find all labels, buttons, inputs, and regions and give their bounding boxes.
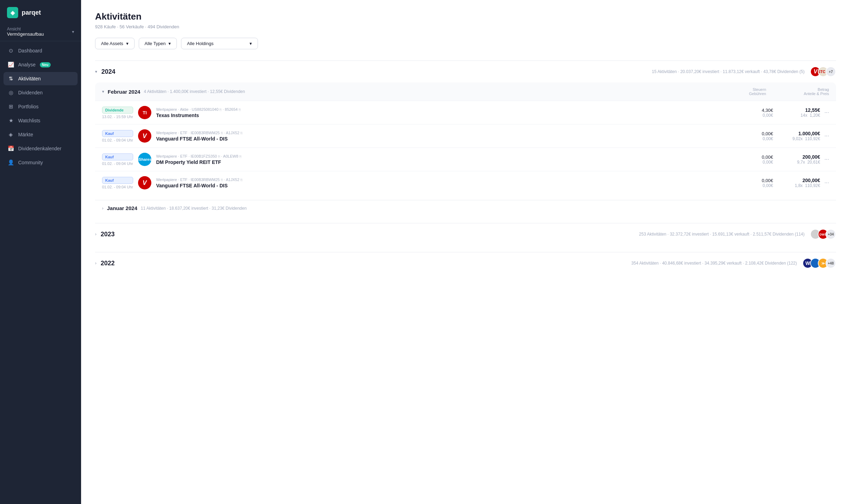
activity-meta: Wertpapiere · ETF · IE00B3RBWM25 ⎘ · A1J…: [156, 178, 731, 182]
chevron-down-icon: ▾: [168, 41, 171, 46]
activity-amount: 12,55€: [801, 107, 820, 113]
activity-amount: 200,00€: [797, 154, 820, 160]
dividenden-icon: ◎: [8, 89, 14, 96]
sidebar-item-label: Dashboard: [18, 48, 42, 53]
sidebar-item-label: Dividendenkalender: [18, 146, 62, 151]
activity-badge-kauf: Kauf: [102, 177, 133, 184]
activity-left: Kauf 01.02. - 09:04 Uhr iShares Wertpapi…: [102, 153, 731, 166]
sidebar-item-label: Dividenden: [18, 90, 43, 95]
activity-left: Kauf 01.02. - 09:04 Uhr V Wertpapiere · …: [102, 129, 731, 143]
sidebar-item-watchlists[interactable]: ★ Watchlists: [3, 114, 78, 127]
activity-name: DM Property Yield REIT ETF: [156, 159, 731, 165]
sidebar-item-label: Community: [18, 160, 43, 165]
filter-typen[interactable]: Alle Typen ▾: [139, 38, 177, 49]
calendar-icon: 📅: [8, 145, 14, 152]
activity-row: Dividende 13.02. - 15:59 Uhr TI Wertpapi…: [95, 101, 836, 124]
chevron-right-icon[interactable]: ›: [95, 261, 96, 266]
chevron-down-icon: ▾: [250, 41, 252, 46]
sidebar-item-dividenden[interactable]: ◎ Dividenden: [3, 86, 78, 99]
chevron-right-icon: ›: [102, 206, 103, 211]
sidebar-item-dashboard[interactable]: ⊙ Dashboard: [3, 44, 78, 57]
ansicht-switcher[interactable]: Ansicht Vermögensaufbau ▾: [0, 24, 81, 41]
sidebar-item-label: Portfolios: [18, 104, 38, 109]
page-title: Aktivitäten: [95, 11, 836, 22]
activity-amount: 200,00€: [795, 178, 820, 183]
sidebar-item-label: Analyse: [18, 62, 36, 67]
logo-area: ◈ parqet: [0, 0, 81, 24]
sidebar-nav: ⊙ Dashboard 📈 Analyse Neu ⇅ Aktivitäten …: [0, 44, 81, 504]
activity-tax: 4,30€ 0,00€: [731, 108, 773, 118]
chevron-down-icon: ▾: [126, 41, 129, 46]
chevron-down-icon[interactable]: ▾: [95, 69, 97, 74]
month-stats: 4 Aktivitäten · 1.400,00€ investiert · 1…: [144, 89, 245, 94]
more-options-button[interactable]: ···: [822, 133, 829, 139]
month-header-feb2024[interactable]: ▾ Februar 2024 4 Aktivitäten · 1.400,00€…: [95, 82, 836, 101]
vanguard-logo: V: [138, 129, 151, 143]
year-header-2022: › 2022 354 Aktivitäten · 40.846,68€ inve…: [95, 252, 836, 274]
activity-info: Wertpapiere · ETF · IE00B3RBWM25 ⎘ · A1J…: [156, 178, 731, 188]
activity-info: Wertpapiere · ETF · IE00B1FZS350 ⎘ · A0L…: [156, 154, 731, 165]
filter-holdings-label: Alle Holdings: [187, 41, 214, 46]
year-avatars: W ≫ +48: [805, 258, 836, 268]
filter-holdings[interactable]: Alle Holdings ▾: [181, 38, 258, 49]
page-subtitle: 928 Käufe · 56 Verkäufe · 494 Dividenden: [95, 24, 836, 29]
activity-amount-wrap: 200,00€ 9,7x 20,61€ ···: [773, 154, 829, 165]
chevron-right-icon[interactable]: ›: [95, 232, 96, 237]
activity-shares: 9,02x 110,92€: [792, 136, 820, 141]
filter-assets-label: Alle Assets: [101, 41, 123, 46]
sidebar-item-community[interactable]: 👤 Community: [3, 156, 78, 169]
month-section-jan2024-collapsed[interactable]: › Januar 2024 11 Aktivitäten · 18.637,20…: [95, 200, 836, 216]
year-header-2023: › 2023 253 Aktivitäten · 32.372,72€ inve…: [95, 223, 836, 245]
sidebar-item-portfolios[interactable]: ⊞ Portfolios: [3, 100, 78, 113]
month-section-feb2024: ▾ Februar 2024 4 Aktivitäten · 1.400,00€…: [95, 82, 836, 194]
dashboard-icon: ⊙: [8, 48, 14, 54]
sidebar-item-label: Aktivitäten: [18, 76, 41, 81]
chevron-down-icon: ▾: [72, 29, 74, 34]
sidebar-item-aktivitaeten[interactable]: ⇅ Aktivitäten: [3, 72, 78, 85]
year-label: 2022: [101, 260, 115, 267]
activity-badge-kauf: Kauf: [102, 153, 133, 160]
activity-tax: 0,00€ 0,00€: [731, 154, 773, 165]
sidebar-item-label: Märkte: [18, 132, 33, 137]
month-label: Februar 2024: [108, 89, 140, 95]
activity-badge-dividende: Dividende: [102, 107, 133, 114]
year-stats: 354 Aktivitäten · 40.846,68€ investiert …: [631, 261, 797, 266]
activity-info: Wertpapiere · ETF · IE00B3RBWM25 ⎘ · A1J…: [156, 131, 731, 142]
more-options-button[interactable]: ···: [822, 109, 829, 116]
activity-shares: 14x 1,20€: [801, 113, 820, 118]
activity-left: Dividende 13.02. - 15:59 Uhr TI Wertpapi…: [102, 106, 731, 119]
sidebar-item-dividendenkalender[interactable]: 📅 Dividendenkalender: [3, 142, 78, 155]
year-header-2024: ▾ 2024 15 Aktivitäten · 20.037,20€ inves…: [95, 60, 836, 82]
community-icon: 👤: [8, 159, 14, 166]
year-section-2022: › 2022 354 Aktivitäten · 40.846,68€ inve…: [95, 252, 836, 274]
sidebar-item-maerkte[interactable]: ◈ Märkte: [3, 128, 78, 141]
activity-amount-wrap: 1.000,00€ 9,02x 110,92€ ···: [773, 131, 829, 141]
col-header-amount: BetragAnteile & Preis: [773, 87, 829, 96]
ishares-logo: iShares: [138, 153, 151, 166]
filter-bar: Alle Assets ▾ Alle Typen ▾ Alle Holdings…: [95, 38, 836, 49]
activity-meta: Wertpapiere · ETF · IE00B3RBWM25 ⎘ · A1J…: [156, 131, 731, 135]
year-avatars: V STCO +7: [813, 66, 836, 77]
more-options-button[interactable]: ···: [822, 180, 829, 186]
activity-amount: 1.000,00€: [792, 131, 820, 136]
sidebar: ◈ parqet Ansicht Vermögensaufbau ▾ ⊙ Das…: [0, 0, 81, 504]
svg-text:≫: ≫: [821, 261, 825, 265]
analyse-icon: 📈: [8, 62, 14, 68]
vanguard-logo: V: [138, 176, 151, 189]
sidebar-item-analyse[interactable]: 📈 Analyse Neu: [3, 58, 78, 71]
logo-text: parqet: [22, 9, 41, 16]
activity-date: 13.02. - 15:59 Uhr: [102, 115, 133, 119]
activity-meta: Wertpapiere · ETF · IE00B1FZS350 ⎘ · A0L…: [156, 154, 731, 158]
year-stats: 15 Aktivitäten · 20.037,20€ investiert ·…: [652, 69, 805, 74]
watchlists-icon: ★: [8, 117, 14, 124]
activity-row: Kauf 01.02. - 09:04 Uhr V Wertpapiere · …: [95, 171, 836, 194]
year-stats: 253 Aktivitäten · 32.372,72€ investiert …: [639, 232, 805, 237]
more-options-button[interactable]: ···: [822, 156, 829, 163]
filter-assets[interactable]: Alle Assets ▾: [95, 38, 135, 49]
filter-typen-label: Alle Typen: [145, 41, 166, 46]
activity-shares: 1,8x 110,92€: [795, 183, 820, 188]
ansicht-value: Vermögensaufbau: [7, 31, 44, 37]
chevron-down-icon: ▾: [102, 89, 104, 94]
year-label: 2024: [101, 68, 115, 75]
portfolios-icon: ⊞: [8, 103, 14, 110]
